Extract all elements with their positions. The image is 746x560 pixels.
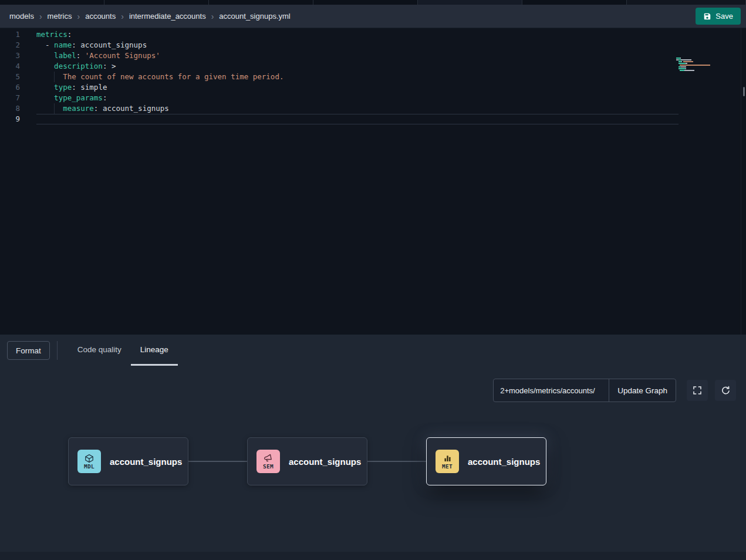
code-area[interactable]: metrics: - name: account_signups label: … — [36, 29, 679, 124]
selector-group: Update Graph — [493, 379, 676, 402]
panel-header: Format Code qualityLineage — [0, 335, 746, 366]
breadcrumb-item[interactable]: account_signups.yml — [219, 12, 290, 21]
indent-guide — [54, 103, 55, 114]
badge-label: MDL — [84, 464, 94, 470]
code-line[interactable]: type: simple — [36, 82, 679, 93]
node-title: account_signups — [289, 457, 361, 467]
minimap-line — [676, 72, 710, 73]
line-number: 2 — [0, 40, 20, 50]
minimap-line — [676, 61, 710, 62]
minimap[interactable] — [676, 58, 710, 73]
code-line[interactable]: - name: account_signups — [36, 40, 679, 50]
line-number: 3 — [0, 50, 20, 61]
code-line[interactable] — [36, 114, 679, 124]
code-line[interactable]: The count of new accounts for a given ti… — [36, 72, 679, 82]
refresh-button[interactable] — [715, 380, 736, 401]
bar-chart-icon — [443, 454, 452, 463]
lineage-edge — [367, 461, 426, 462]
breadcrumb: models›metrics›accounts›intermediate_acc… — [9, 12, 291, 21]
minimap-line — [676, 58, 710, 59]
mdl-badge: MDL — [77, 450, 101, 473]
header-divider — [57, 341, 58, 360]
line-number: 1 — [0, 29, 20, 40]
minimap-line — [676, 68, 710, 69]
chevron-right-icon: › — [39, 12, 42, 21]
panel-tabs: Code qualityLineage — [68, 335, 178, 366]
breadcrumb-item[interactable]: accounts — [85, 12, 116, 21]
line-number: 5 — [0, 72, 20, 82]
breadcrumb-item[interactable]: models — [9, 12, 34, 21]
line-number: 4 — [0, 61, 20, 72]
editor-tab[interactable] — [522, 0, 627, 5]
lineage-node[interactable]: METaccount_signups — [426, 437, 546, 485]
minimap-line — [676, 70, 710, 71]
fullscreen-button[interactable] — [687, 380, 708, 401]
editor-tab[interactable] — [104, 0, 209, 5]
badge-label: MET — [442, 464, 453, 470]
node-title: account_signups — [110, 457, 182, 467]
chevron-right-icon: › — [77, 12, 80, 21]
code-line[interactable]: measure: account_signups — [36, 103, 679, 114]
code-line[interactable]: label: 'Account Signups' — [36, 50, 679, 61]
lineage-node[interactable]: MDLaccount_signups — [68, 437, 188, 485]
lineage-canvas[interactable]: MDLaccount_signupsSEMaccount_signupsMETa… — [0, 335, 746, 560]
lineage-node[interactable]: SEMaccount_signups — [247, 437, 367, 485]
line-number: 9 — [0, 114, 20, 124]
breadcrumb-bar: models›metrics›accounts›intermediate_acc… — [0, 5, 746, 28]
update-graph-button[interactable]: Update Graph — [609, 379, 676, 402]
chevron-right-icon: › — [121, 12, 124, 21]
minimap-line — [676, 63, 710, 64]
bottom-panel: Format Code qualityLineage MDLaccount_si… — [0, 335, 746, 560]
editor-tab[interactable] — [0, 0, 104, 5]
code-editor[interactable]: 123456789 metrics: - name: account_signu… — [0, 28, 746, 335]
editor-tab[interactable] — [418, 0, 522, 5]
minimap-line — [676, 65, 710, 66]
model-selector-input[interactable] — [494, 379, 609, 402]
tab-strip — [0, 0, 746, 5]
megaphone-icon — [264, 454, 273, 463]
line-number: 7 — [0, 93, 20, 103]
tab-code-quality[interactable]: Code quality — [68, 335, 131, 366]
line-number: 6 — [0, 82, 20, 93]
format-button[interactable]: Format — [7, 341, 50, 360]
gutter: 123456789 — [0, 29, 20, 124]
code-line[interactable]: metrics: — [36, 29, 679, 40]
lineage-toolbar: Update Graph — [493, 379, 736, 402]
code-line[interactable]: description: > — [36, 61, 679, 72]
code-line[interactable]: type_params: — [36, 93, 679, 103]
met-badge: MET — [436, 450, 459, 473]
scrollbar-thumb[interactable] — [743, 87, 745, 96]
editor-scrollbar[interactable] — [741, 28, 746, 335]
minimap-line — [676, 59, 710, 60]
footer-strip — [0, 552, 746, 560]
fullscreen-icon — [693, 386, 702, 395]
cube-icon — [85, 454, 94, 463]
minimap-line — [676, 66, 710, 68]
chevron-right-icon: › — [211, 12, 214, 21]
save-label: Save — [715, 12, 733, 21]
lineage-edge — [188, 461, 247, 462]
indent-guide — [54, 72, 55, 82]
breadcrumb-item[interactable]: intermediate_accounts — [129, 12, 206, 21]
badge-label: SEM — [263, 464, 274, 470]
tab-lineage[interactable]: Lineage — [131, 335, 178, 366]
refresh-icon — [721, 386, 731, 396]
save-button[interactable]: Save — [696, 8, 741, 25]
sem-badge: SEM — [256, 450, 280, 473]
editor-tab[interactable] — [209, 0, 313, 5]
editor-tab[interactable] — [313, 0, 418, 5]
save-icon — [703, 12, 711, 21]
app-window: models›metrics›accounts›intermediate_acc… — [0, 0, 746, 560]
editor-tab[interactable] — [627, 0, 746, 5]
line-number: 8 — [0, 103, 20, 114]
node-title: account_signups — [468, 457, 540, 467]
breadcrumb-item[interactable]: metrics — [48, 12, 72, 21]
